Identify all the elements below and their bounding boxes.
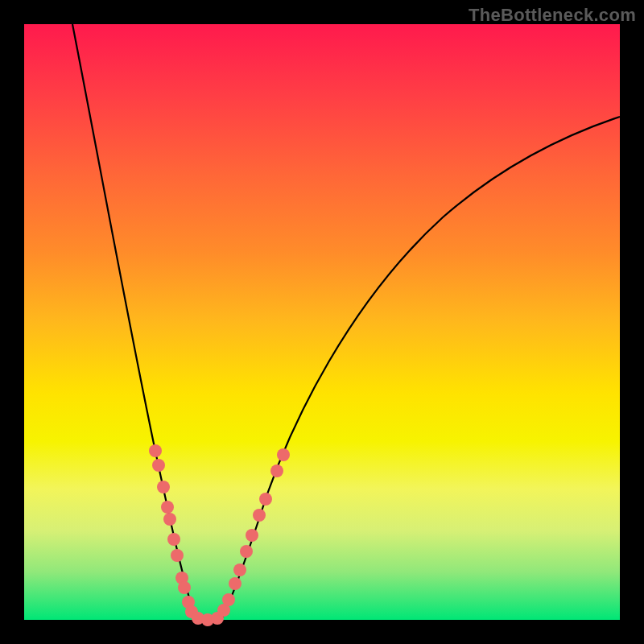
dot	[152, 459, 165, 472]
dot	[270, 464, 283, 477]
dot	[277, 448, 290, 461]
chart-root: TheBottleneck.com	[0, 0, 644, 644]
dot	[229, 577, 242, 590]
dot	[259, 493, 272, 506]
dot	[253, 509, 266, 522]
dot	[157, 481, 170, 493]
dot	[167, 533, 180, 546]
dot	[233, 564, 246, 576]
dot	[163, 513, 176, 526]
dot	[161, 501, 174, 514]
dot	[178, 581, 191, 594]
chart-svg	[24, 24, 620, 620]
watermark-text: TheBottleneck.com	[469, 5, 636, 26]
left-curve	[72, 24, 197, 620]
dot	[222, 593, 235, 606]
dot	[240, 545, 253, 558]
dot	[171, 549, 184, 562]
dot	[246, 529, 258, 542]
data-dots	[149, 444, 290, 626]
plot-area	[24, 24, 620, 620]
right-curve	[221, 117, 620, 620]
dot	[149, 444, 162, 457]
